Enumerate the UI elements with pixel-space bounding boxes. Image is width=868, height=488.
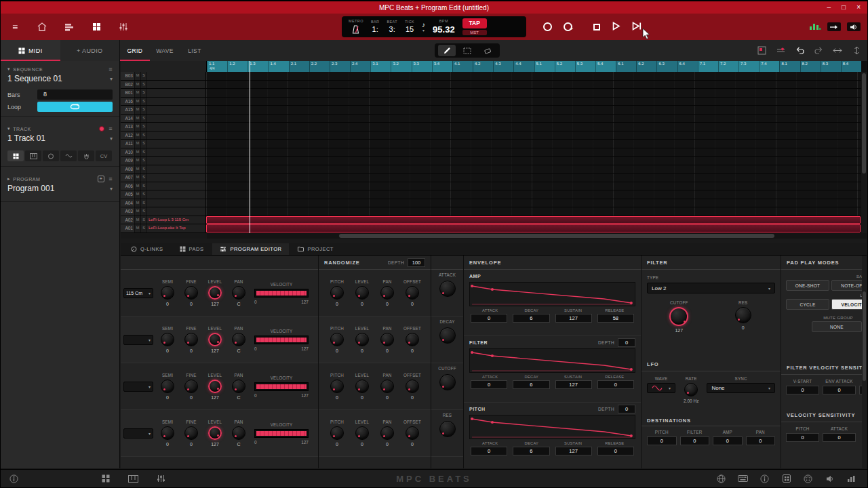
mute-button[interactable]: M xyxy=(134,207,140,216)
mute-button[interactable]: M xyxy=(134,182,140,190)
mute-button[interactable]: M xyxy=(134,106,140,114)
info-icon[interactable] xyxy=(9,474,19,484)
note-lane[interactable] xyxy=(206,157,861,165)
mixer-mini-icon[interactable] xyxy=(156,474,166,484)
sample-select[interactable]: ▾ xyxy=(123,428,153,439)
note-lane[interactable] xyxy=(206,148,861,157)
randomize-level-knob[interactable] xyxy=(355,333,369,346)
note-lane[interactable] xyxy=(206,182,861,190)
ruler-cell[interactable]: 2.2 xyxy=(309,61,330,72)
midi-input-indicator[interactable] xyxy=(827,22,841,31)
solo-button[interactable]: S xyxy=(140,81,146,89)
ruler-cell[interactable]: 3.4 xyxy=(432,61,452,72)
ruler-cell[interactable]: 1.3 xyxy=(248,61,268,72)
tab-pads[interactable]: PADS xyxy=(172,243,212,255)
ruler-cell[interactable]: 6.2 xyxy=(636,61,656,72)
track-type-cv-button[interactable]: CV xyxy=(96,150,112,161)
note-lane[interactable] xyxy=(206,174,861,182)
solo-button[interactable]: S xyxy=(140,207,146,216)
snap-settings-icon[interactable] xyxy=(756,45,767,56)
track-row[interactable]: B01 M S xyxy=(121,89,867,98)
sustain-field[interactable]: 127 xyxy=(555,380,592,389)
randomize-offset-knob[interactable] xyxy=(406,426,419,440)
tab-wave[interactable]: WAVE xyxy=(150,40,180,61)
track-row[interactable]: A16 M S xyxy=(121,98,867,106)
randomize-level-knob[interactable] xyxy=(355,426,369,440)
velocity-range-slider[interactable] xyxy=(254,382,309,391)
audio-output-indicator[interactable] xyxy=(847,22,861,31)
pad-controller-icon[interactable] xyxy=(781,474,791,484)
res-knob[interactable] xyxy=(735,307,751,323)
virtual-keyboard-icon[interactable] xyxy=(128,474,138,484)
track-view-icon[interactable] xyxy=(63,21,75,33)
fine-knob[interactable] xyxy=(184,333,198,346)
fine-knob[interactable] xyxy=(184,426,198,440)
cycle-button[interactable]: CYCLE xyxy=(786,299,829,310)
envelope-graph[interactable] xyxy=(469,415,635,439)
note-lane[interactable] xyxy=(206,115,861,123)
minimize-button[interactable]: – xyxy=(827,1,831,14)
sequence-selector[interactable]: 1 Sequence 01 ▾ xyxy=(1,73,119,87)
mute-button[interactable]: M xyxy=(134,123,140,131)
ruler-cell[interactable]: 5.4 xyxy=(595,61,616,72)
midi-din-icon[interactable] xyxy=(803,474,813,484)
ruler-cell[interactable]: 8.2 xyxy=(800,61,821,72)
note-lane[interactable] xyxy=(206,72,861,80)
attack-field[interactable]: 0 xyxy=(471,447,507,455)
release-field[interactable]: 58 xyxy=(597,314,634,323)
filter-type-select[interactable]: Low 2 ▾ xyxy=(647,283,775,293)
semi-knob[interactable] xyxy=(161,286,174,300)
mute-button[interactable]: M xyxy=(134,148,140,157)
one-shot-button[interactable]: ONE-SHOT xyxy=(786,280,829,291)
level-knob[interactable] xyxy=(208,286,222,300)
randomize-pan-knob[interactable] xyxy=(380,426,394,440)
solo-button[interactable]: S xyxy=(140,115,146,123)
fine-knob[interactable] xyxy=(184,286,198,300)
randomize-pitch-knob[interactable] xyxy=(330,426,344,440)
grid-view-icon[interactable] xyxy=(90,21,102,33)
tab-list[interactable]: LIST xyxy=(180,40,210,61)
note-lane[interactable] xyxy=(206,81,861,89)
tap-tempo-button[interactable]: TAP xyxy=(462,18,487,28)
randomize-depth-field[interactable]: 100 xyxy=(408,258,425,267)
track-type-melodic-button[interactable] xyxy=(60,150,77,161)
zoom-vertical-icon[interactable] xyxy=(851,45,862,56)
randomize-offset-knob[interactable] xyxy=(406,333,419,346)
solo-button[interactable]: S xyxy=(140,190,146,199)
home-icon[interactable] xyxy=(36,21,48,33)
network-icon[interactable] xyxy=(716,474,726,484)
fine-knob[interactable] xyxy=(184,380,198,393)
solo-button[interactable]: S xyxy=(140,165,146,174)
filter-velocity-field[interactable]: 0 xyxy=(786,386,819,394)
ruler-cell[interactable]: 4.2 xyxy=(473,61,493,72)
bpm-display[interactable]: BPM 95.32 xyxy=(433,20,455,34)
randomize-pitch-knob[interactable] xyxy=(330,286,344,300)
tab-program-editor[interactable]: PROGRAM EDITOR xyxy=(212,243,289,255)
solo-button[interactable]: S xyxy=(140,131,146,140)
randomize-pan-knob[interactable] xyxy=(380,380,394,393)
add-program-icon[interactable]: + xyxy=(98,176,104,182)
track-type-drum-button[interactable] xyxy=(43,150,59,161)
pan-knob[interactable] xyxy=(232,380,245,393)
ruler-cell[interactable]: 4.4 xyxy=(513,61,534,72)
ruler-cell[interactable]: 3.1 xyxy=(370,61,391,72)
ruler-cell[interactable]: 2.4 xyxy=(350,61,370,72)
tab-midi[interactable]: MIDI xyxy=(1,40,60,61)
tab-grid[interactable]: GRID xyxy=(120,40,150,61)
note-lane[interactable] xyxy=(206,165,861,174)
ruler-cell[interactable]: 7.4 xyxy=(759,61,779,72)
sequence-menu-icon[interactable]: ≡ xyxy=(108,66,113,73)
mod-knob[interactable] xyxy=(439,374,456,390)
level-knob[interactable] xyxy=(208,426,222,440)
velocity-sensitivity-field[interactable]: 0 xyxy=(786,433,819,442)
clip[interactable] xyxy=(206,216,861,224)
scrollbar-thumb[interactable] xyxy=(339,234,774,238)
envelope-graph[interactable] xyxy=(469,348,635,373)
ruler-cell[interactable]: 6.4 xyxy=(677,61,698,72)
eraser-tool-button[interactable] xyxy=(479,45,496,56)
mute-button[interactable]: M xyxy=(134,140,140,148)
play-start-button[interactable] xyxy=(632,21,642,33)
track-row[interactable]: B02 M S xyxy=(121,81,867,89)
solo-button[interactable]: S xyxy=(140,89,146,97)
ruler-cell[interactable]: 6.1 xyxy=(616,61,636,72)
